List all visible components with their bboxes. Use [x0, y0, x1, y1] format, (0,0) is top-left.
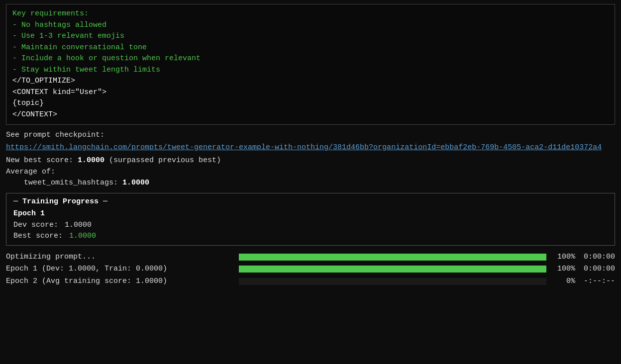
progress-time-2: -:--:-- — [575, 276, 615, 287]
code-line-2: - No hashtags allowed — [12, 20, 609, 31]
average-of-label: Average of: — [6, 167, 615, 178]
checkpoint-label: See prompt checkpoint: — [6, 130, 615, 141]
best-score-line: New best score: 1.0000 (surpassed previo… — [6, 155, 615, 167]
metric-line: tweet_omits_hashtags: 1.0000 — [6, 178, 615, 189]
progress-row-2: Epoch 2 (Avg training score: 1.0000) 0% … — [6, 276, 615, 287]
progress-time-1: 0:00:00 — [575, 264, 615, 275]
progress-bar-2 — [239, 278, 546, 285]
progress-bar-1 — [239, 266, 546, 273]
training-box-title: ─ Training Progress ─ — [13, 196, 608, 208]
best-score-row: Best score: 1.0000 — [13, 231, 608, 242]
progress-bar-0 — [239, 254, 546, 261]
code-line-1: Key requirements: — [12, 8, 609, 20]
code-line-8: <CONTEXT kind="User"> — [12, 87, 609, 98]
code-line-7: </TO_OPTIMIZE> — [12, 76, 609, 87]
code-line-3: - Use 1-3 relevant emojis — [12, 31, 609, 42]
progress-pct-0: 100% — [550, 252, 575, 263]
code-line-4: - Maintain conversational tone — [12, 42, 609, 54]
code-line-9: {topic} — [12, 98, 609, 109]
progress-section: Optimizing prompt... 100% 0:00:00 Epoch … — [6, 252, 615, 288]
progress-label-2: Epoch 2 (Avg training score: 1.0000) — [6, 276, 235, 287]
epoch-label: Epoch 1 — [13, 208, 608, 220]
dev-score-row: Dev score: 1.0000 — [13, 220, 608, 231]
progress-label-0: Optimizing prompt... — [6, 252, 235, 263]
code-block: Key requirements: - No hashtags allowed … — [6, 4, 615, 125]
code-line-6: - Stay within tweet length limits — [12, 65, 609, 76]
progress-fill-1 — [239, 266, 546, 273]
checkpoint-url[interactable]: https://smith.langchain.com/prompts/twee… — [6, 142, 615, 154]
training-box: ─ Training Progress ─ Epoch 1 Dev score:… — [6, 193, 615, 246]
progress-row-0: Optimizing prompt... 100% 0:00:00 — [6, 252, 615, 263]
terminal-window: Key requirements: - No hashtags allowed … — [6, 4, 615, 360]
progress-time-0: 0:00:00 — [575, 252, 615, 263]
code-line-10: </CONTEXT> — [12, 109, 609, 121]
progress-pct-2: 0% — [550, 276, 575, 287]
progress-pct-1: 100% — [550, 264, 575, 275]
progress-fill-0 — [239, 254, 546, 261]
code-line-5: - Include a hook or question when releva… — [12, 53, 609, 65]
progress-label-1: Epoch 1 (Dev: 1.0000, Train: 0.0000) — [6, 264, 235, 275]
progress-row-1: Epoch 1 (Dev: 1.0000, Train: 0.0000) 100… — [6, 264, 615, 275]
